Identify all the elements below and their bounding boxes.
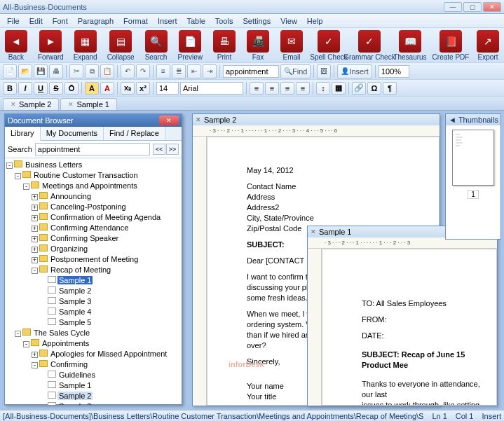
email-button[interactable]: ✉Email (280, 30, 304, 61)
tab-sample1[interactable]: ✕Sample 1 (60, 98, 116, 110)
back-button[interactable]: ◄Back (4, 30, 28, 61)
tree-node[interactable]: +Organizing (6, 244, 180, 254)
tree-label[interactable]: Canceling-Postponing (49, 202, 128, 211)
tree-toggle-icon[interactable]: - (6, 163, 13, 169)
align-center-button[interactable]: ≡ (265, 82, 279, 95)
minimize-button[interactable]: — (444, 2, 462, 12)
tree-node[interactable]: -Appointments (6, 338, 180, 349)
tree-label[interactable]: Confirming Attendance (49, 223, 130, 232)
tree-node[interactable]: +Confirmation of Meeting Agenda (6, 212, 180, 223)
zoom-input[interactable] (379, 65, 409, 78)
doc-header[interactable]: ✕Sample 2 (193, 114, 440, 125)
close-icon[interactable]: ✕ (11, 101, 16, 108)
close-icon[interactable]: ✕ (311, 228, 316, 235)
search-button[interactable]: 🔍Search (144, 30, 168, 61)
export-button[interactable]: ↗Export (476, 30, 500, 61)
menu-table[interactable]: Table (182, 15, 209, 27)
maximize-button[interactable]: ▢ (463, 2, 482, 12)
link-button[interactable]: 🔗 (352, 82, 366, 95)
close-button[interactable]: ✕ (483, 2, 501, 12)
tree-label[interactable]: Confirming Speaker (49, 234, 120, 242)
tree-toggle-icon[interactable]: - (15, 173, 21, 179)
tree-label[interactable]: Recap of Meeting (49, 265, 112, 274)
vertical-ruler[interactable] (193, 137, 207, 406)
tree-label[interactable]: Announcing (49, 192, 93, 200)
menu-format[interactable]: Format (119, 15, 152, 27)
tree-node[interactable]: Sample 1 (6, 275, 180, 286)
tree-node[interactable]: +Confirming Speaker (6, 233, 180, 244)
thesaurus-button[interactable]: 📖Thesaurus (395, 30, 425, 61)
redo-icon[interactable]: ↷ (136, 64, 150, 78)
overline-button[interactable]: Ō (64, 82, 79, 95)
tree-toggle-icon[interactable]: + (32, 236, 38, 242)
open-icon[interactable]: 📂 (18, 64, 32, 78)
tree-label[interactable]: Organizing (49, 244, 89, 253)
preview-button[interactable]: 📄Preview (178, 30, 203, 61)
tree-label[interactable]: Confirming (49, 360, 89, 368)
bold-button[interactable]: B (3, 82, 17, 95)
menu-tools[interactable]: Tools (211, 15, 238, 27)
tree-node[interactable]: -The Sales Cycle (6, 328, 180, 338)
tree-node[interactable]: Sample 2 (6, 391, 180, 401)
tree-node[interactable]: Sample 2 (6, 286, 180, 296)
font-color-button[interactable]: A (100, 82, 114, 95)
tree-node[interactable]: -Meetings and Appointments (6, 181, 180, 191)
toolbar-search-input[interactable] (223, 65, 279, 78)
indent-icon[interactable]: ⇥ (203, 64, 217, 78)
document-body[interactable]: TO: All Sales Employees FROM: DATE: SUBJ… (322, 249, 497, 406)
tab-find-replace[interactable]: Find / Replace (104, 127, 165, 140)
close-icon[interactable]: ✕ (196, 116, 201, 123)
find-button[interactable]: 🔍Find (280, 64, 311, 78)
undo-icon[interactable]: ↶ (121, 64, 135, 78)
tree-label[interactable]: Sample 3 (57, 297, 93, 305)
prev-button[interactable]: << (153, 144, 165, 155)
tree-node[interactable]: +Canceling-Postponing (6, 202, 180, 212)
tree-node[interactable]: +Postponement of Meeting (6, 254, 180, 265)
panel-titlebar[interactable]: Document Browser ✕ (5, 114, 182, 127)
new-icon[interactable]: 📄 (3, 64, 17, 78)
tree-label[interactable]: Sample 2 (57, 287, 93, 295)
tree-toggle-icon[interactable]: - (23, 341, 29, 347)
vertical-ruler[interactable] (308, 249, 322, 406)
tree-label[interactable]: Sample 2 (57, 392, 93, 400)
tree-toggle-icon[interactable]: + (32, 226, 38, 232)
grammar-check-button[interactable]: ✓Grammar Check (354, 30, 385, 61)
tree-label[interactable]: Apologies for Missed Appointment (49, 350, 168, 358)
bullets-icon[interactable]: ≡ (156, 64, 170, 78)
align-right-button[interactable]: ≡ (280, 82, 294, 95)
menu-edit[interactable]: Edit (25, 15, 47, 27)
tree-label[interactable]: Meetings and Appointments (41, 181, 139, 190)
tree-label[interactable]: Sample 5 (57, 318, 93, 326)
tree-node[interactable]: Sample 5 (6, 317, 180, 328)
tree-label[interactable]: The Sales Cycle (32, 329, 91, 337)
cut-icon[interactable]: ✂ (69, 64, 83, 78)
tree-node[interactable]: +Apologies for Missed Appointment (6, 349, 180, 359)
menu-file[interactable]: File (3, 15, 24, 27)
tree-node[interactable]: -Routine Customer Transaction (6, 170, 180, 181)
expand-button[interactable]: ▦Expand (74, 30, 97, 61)
menu-paragraph[interactable]: Paragraph (74, 15, 118, 27)
highlight-button[interactable]: A (85, 82, 99, 95)
tree-toggle-icon[interactable]: - (32, 362, 38, 368)
tree-toggle-icon[interactable]: - (23, 184, 29, 190)
menu-insert[interactable]: Insert (154, 15, 182, 27)
strike-button[interactable]: S (49, 82, 63, 95)
font-size-input[interactable] (156, 82, 179, 95)
borders-button[interactable]: ▦ (332, 82, 346, 95)
tree-node[interactable]: +Confirming Attendance (6, 223, 180, 233)
image-icon[interactable]: 🖼 (317, 64, 331, 78)
underline-button[interactable]: U (34, 82, 48, 95)
menu-settings[interactable]: Settings (238, 15, 275, 27)
tab-my-documents[interactable]: My Documents (41, 127, 104, 140)
tree-node[interactable]: Guidelines (6, 370, 180, 380)
close-icon[interactable]: ✕ (68, 101, 74, 108)
tree-label[interactable]: Guidelines (57, 371, 97, 379)
tree-label[interactable]: Routine Customer Transaction (32, 171, 139, 179)
superscript-button[interactable]: x² (136, 82, 150, 95)
menu-font[interactable]: Font (48, 15, 72, 27)
horizontal-ruler[interactable]: · 3 · · · 2 · · · 1 · · · · · · 1 · · · … (193, 125, 440, 137)
align-left-button[interactable]: ≡ (250, 82, 264, 95)
tree-label[interactable]: Confirmation of Meeting Agenda (49, 213, 162, 221)
tab-sample2[interactable]: ✕Sample 2 (3, 98, 59, 110)
tree-node[interactable]: -Confirming (6, 359, 180, 370)
